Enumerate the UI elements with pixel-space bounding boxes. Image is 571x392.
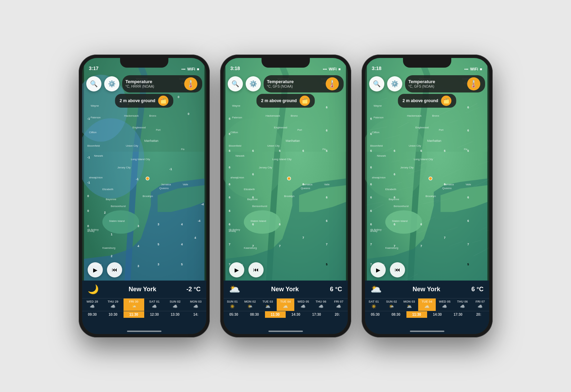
cal-day-3[interactable]: TUE 04 🌥️: [418, 298, 436, 311]
cal-day-5[interactable]: THU 06 ☁️: [312, 298, 330, 311]
play-button[interactable]: ▶: [229, 262, 244, 277]
time-cell-3[interactable]: 12:30: [144, 311, 165, 318]
time-cell-5[interactable]: 20:: [327, 311, 348, 318]
svg-text:3: 3: [137, 224, 139, 228]
svg-text:3: 3: [137, 264, 139, 268]
cal-day-0[interactable]: SUN 01 ☀️: [224, 298, 241, 311]
cal-day-1[interactable]: SUN 02 🌤️: [383, 298, 400, 311]
ground-level-pill[interactable]: 2 m above ground 🗂️: [256, 94, 315, 108]
time-cell-4[interactable]: 13:30: [165, 311, 186, 318]
time-cell-3[interactable]: 14:30: [286, 311, 306, 318]
svg-text:2: 2: [104, 211, 106, 214]
settings-button[interactable]: ⚙️: [387, 76, 402, 91]
time-cell-1[interactable]: 10:30: [103, 311, 124, 318]
time-cell-0[interactable]: 05:30: [365, 311, 386, 318]
map-controls-bottom: ▶ ⏮: [371, 262, 405, 277]
ground-level-pill[interactable]: 2 m above ground 🗂️: [115, 94, 173, 108]
cal-day-5[interactable]: THU 06 ☁️: [454, 298, 471, 311]
time-cell-2[interactable]: 11:30: [124, 311, 144, 318]
svg-text:Englewood: Englewood: [415, 126, 429, 129]
time-cell-5[interactable]: 14:: [186, 311, 206, 318]
layers-button[interactable]: 🗂️: [158, 96, 168, 106]
ground-level-text: 2 m above ground: [261, 98, 297, 103]
temperature-pill[interactable]: Temperature°C, GFS (NOAA) 🌡️: [264, 75, 344, 92]
map-area[interactable]: Paramus Hackensack Englewood Bronx Manha…: [82, 58, 206, 282]
ground-level-pill[interactable]: 2 m above ground 🗂️: [398, 94, 456, 108]
time-cell-0[interactable]: 09:30: [82, 311, 103, 318]
svg-text:5: 5: [467, 263, 469, 266]
svg-text:6: 6: [279, 149, 280, 153]
cal-day-4[interactable]: WED 05 ☁️: [294, 298, 312, 311]
svg-text:6: 6: [326, 219, 327, 223]
svg-text:5: 5: [326, 263, 327, 266]
settings-button[interactable]: ⚙️: [104, 76, 119, 91]
svg-text:6: 6: [444, 149, 445, 153]
svg-text:5: 5: [157, 243, 159, 246]
temperature-pill[interactable]: Temperature°C, HRRR (NOAA) 🌡️: [122, 75, 202, 92]
search-button[interactable]: 🔍: [369, 76, 384, 91]
cal-day-3[interactable]: SAT 01 ☁️: [144, 298, 165, 311]
time-cell-2[interactable]: 11:30: [265, 311, 286, 318]
cal-day-4[interactable]: SUN 02 ☁️: [165, 298, 186, 311]
time-cell-5[interactable]: 20:: [469, 311, 489, 318]
cal-day-5[interactable]: MON 03 ☁️: [186, 298, 206, 311]
svg-text:Clifton: Clifton: [89, 131, 96, 134]
cal-day-6[interactable]: FRI 07 ☁️: [330, 298, 347, 311]
time-cell-3[interactable]: 14:30: [427, 311, 448, 318]
cal-day-2[interactable]: MON 03 🌥️: [400, 298, 418, 311]
svg-text:Union City: Union City: [126, 144, 138, 147]
phone-3: 3:18 ▪▪▪ WiFi ■: [362, 55, 493, 337]
thermometer-button[interactable]: 🌡️: [467, 77, 480, 90]
cal-day-1[interactable]: THU 29 ☁️: [103, 298, 124, 311]
svg-text:Jersey City: Jersey City: [259, 166, 272, 169]
svg-text:6: 6: [467, 149, 469, 153]
svg-text:6: 6: [252, 196, 254, 199]
search-button[interactable]: 🔍: [228, 76, 243, 91]
city-row: 🌙 New York -2 °C: [82, 281, 206, 298]
time-cell-4[interactable]: 17:30: [448, 311, 469, 318]
time-cell-4[interactable]: 17:30: [306, 311, 327, 318]
skip-button[interactable]: ⏮: [248, 262, 264, 277]
phone-screen: 3:18 ▪▪▪ WiFi ■: [224, 58, 348, 334]
time-cell-1[interactable]: 08:30: [244, 311, 265, 318]
cal-day-1[interactable]: MON 02 🌤️: [241, 298, 259, 311]
map-controls-top: 🔍 ⚙️ Temperature°C, GFS (NOAA) 🌡️: [228, 75, 344, 92]
thermometer-button[interactable]: 🌡️: [184, 77, 197, 90]
search-button[interactable]: 🔍: [86, 76, 101, 91]
cal-day-3[interactable]: TUE 04 🌥️: [277, 298, 294, 311]
svg-text:6: 6: [302, 183, 304, 186]
time-cell-0[interactable]: 05:30: [224, 311, 244, 318]
svg-text:6: 6: [229, 196, 230, 199]
svg-text:6: 6: [370, 149, 372, 153]
svg-text:7: 7: [279, 244, 280, 248]
time-cell-2[interactable]: 11:30: [406, 311, 427, 318]
cal-day-2[interactable]: TUE 03 🌥️: [259, 298, 276, 311]
cal-day-6[interactable]: FRI 07 ☁️: [471, 298, 489, 311]
cal-day-0[interactable]: WED 28 ☁️: [82, 298, 103, 311]
skip-button[interactable]: ⏮: [107, 262, 122, 277]
thermometer-button[interactable]: 🌡️: [326, 77, 339, 90]
svg-text:6: 6: [252, 173, 254, 176]
play-button[interactable]: ▶: [88, 262, 103, 277]
time-cell-1[interactable]: 08:30: [386, 311, 406, 318]
home-indicator[interactable]: [268, 331, 303, 332]
home-indicator[interactable]: [127, 331, 161, 332]
map-area[interactable]: Paramus Hackensack Englewood Bronx Manha…: [365, 58, 489, 282]
home-indicator[interactable]: [410, 331, 444, 332]
layers-button[interactable]: 🗂️: [299, 96, 310, 106]
weather-icon: 🌥️: [371, 284, 382, 295]
cal-day-0[interactable]: SAT 01 ☀️: [365, 298, 383, 311]
svg-text:Kaansburg: Kaansburg: [244, 246, 257, 249]
play-button[interactable]: ▶: [371, 262, 386, 277]
cal-day-2[interactable]: FRI 30 🌤️: [124, 298, 144, 311]
notch: [120, 58, 168, 68]
map-area[interactable]: Paramus Hackensack Englewood Bronx Manha…: [224, 58, 348, 282]
temperature-pill[interactable]: Temperature°C, GFS (NOAA) 🌡️: [405, 75, 485, 92]
skip-button[interactable]: ⏮: [390, 262, 405, 277]
cal-day-4[interactable]: WED 05 ☁️: [436, 298, 453, 311]
settings-button[interactable]: ⚙️: [246, 76, 261, 91]
svg-text:2: 2: [110, 254, 112, 258]
svg-text:ahway: ahway: [87, 229, 95, 233]
layers-button[interactable]: 🗂️: [441, 96, 451, 106]
svg-text:Valle: Valle: [324, 183, 329, 186]
